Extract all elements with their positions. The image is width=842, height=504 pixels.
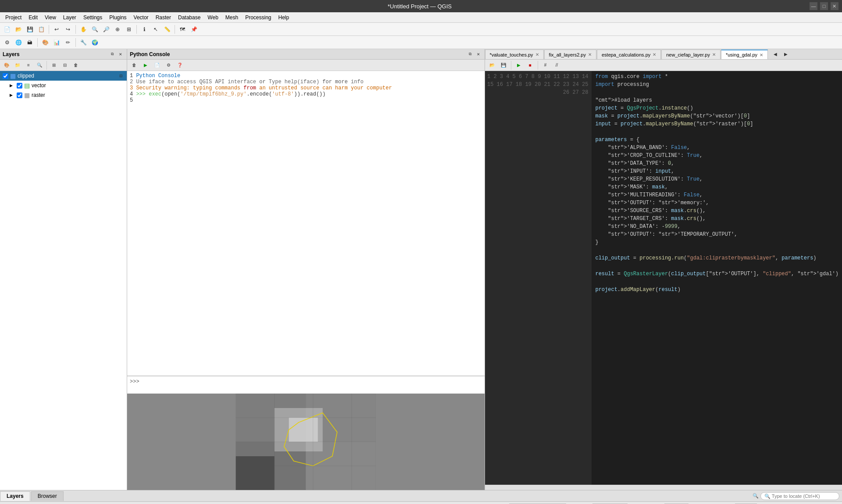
save-as-button[interactable]: 📋 (36, 24, 46, 35)
menu-item-view[interactable]: View (41, 14, 60, 21)
tab-fix-all-layers[interactable]: fix_all_layers2.py ✕ (544, 50, 596, 59)
menu-item-layer[interactable]: Layer (60, 14, 80, 21)
save-project-button[interactable]: 💾 (25, 24, 35, 35)
redo-button[interactable]: ↪ (63, 24, 73, 35)
layer-options-clipped[interactable]: ⊟ (118, 73, 124, 79)
layer-item-vector[interactable]: ▶ ▤ vector (0, 81, 127, 90)
console-input[interactable] (143, 378, 459, 384)
menu-item-settings[interactable]: Settings (80, 14, 106, 21)
menu-item-edit[interactable]: Edit (25, 14, 41, 21)
expand-vector[interactable]: ▶ (10, 83, 15, 88)
editor-cancel-button[interactable]: ■ (525, 60, 535, 71)
editor-uncomment-button[interactable]: // (552, 60, 562, 71)
clear-console-button[interactable]: 🗑 (129, 60, 139, 71)
tab-close-valuate-touches[interactable]: ✕ (535, 52, 539, 57)
plugin8-button[interactable]: 🌍 (89, 37, 100, 48)
code-content[interactable]: from qgis.core import * import processin… (592, 71, 842, 485)
expand-raster[interactable]: ▶ (10, 93, 15, 97)
remove-layer-button[interactable]: 🗑 (71, 60, 81, 71)
manage-layers-button[interactable]: ≡ (23, 60, 34, 71)
open-project-button[interactable]: 📂 (13, 24, 24, 35)
tab-new-ciefap-layer[interactable]: new_ciefap_layer.py ✕ (661, 50, 721, 59)
help-button[interactable]: ❓ (175, 60, 185, 71)
bottom-tab-browser[interactable]: Browser (31, 491, 64, 501)
python-console-close[interactable]: ✕ (475, 51, 482, 58)
menu-item-processing[interactable]: Processing (242, 14, 275, 21)
identify-button[interactable]: ℹ (139, 24, 150, 35)
add-group-button[interactable]: 📁 (12, 60, 23, 71)
plugin4-button[interactable]: 🎨 (40, 37, 50, 48)
editor-comment-button[interactable]: # (540, 60, 551, 71)
select-button[interactable]: ↖ (150, 24, 161, 35)
scale-lock-button[interactable]: 🔒 (629, 503, 639, 504)
scroll-tabs-right[interactable]: ▶ (781, 49, 791, 59)
plugin6-button[interactable]: ✏ (63, 37, 73, 48)
menu-item-raster[interactable]: Raster (152, 14, 175, 21)
layer-checkbox-clipped[interactable] (3, 73, 8, 79)
scroll-tabs-left[interactable]: ◀ (770, 49, 781, 59)
menu-item-project[interactable]: Project (2, 14, 25, 21)
tab-close-new-ciefap-layer[interactable]: ✕ (712, 52, 716, 57)
tab-estepa-calculations[interactable]: estepa_calculations.py ✕ (597, 50, 661, 59)
zoom-in-button[interactable]: 🔍 (89, 24, 100, 35)
tab-using-gdal[interactable]: *using_gdal.py ✕ (721, 50, 768, 59)
editor-save-button[interactable]: 💾 (498, 60, 509, 71)
open-layer-styling-button[interactable]: 🎨 (1, 60, 12, 71)
horizontal-scrollbar[interactable] (485, 485, 842, 490)
show-editor-button[interactable]: 📄 (152, 60, 162, 71)
menu-item-plugins[interactable]: Plugins (106, 14, 130, 21)
plugin1-button[interactable]: ⚙ (2, 37, 12, 48)
window-controls[interactable]: — □ ✕ (810, 2, 838, 10)
add-vector-button[interactable]: 📌 (189, 24, 199, 35)
layer-checkbox-raster[interactable] (17, 92, 22, 98)
menu-item-web[interactable]: Web (204, 14, 221, 21)
bottom-tab-layers[interactable]: Layers (0, 491, 30, 501)
expand-all-button[interactable]: ⊞ (49, 60, 59, 71)
python-console-float[interactable]: ⧉ (467, 51, 474, 58)
locate-input[interactable] (760, 492, 839, 500)
run-script-button[interactable]: ▶ (140, 60, 151, 71)
rotation-up[interactable]: ▲ (770, 503, 781, 504)
layer-checkbox-vector[interactable] (17, 83, 22, 89)
new-project-button[interactable]: 📄 (2, 24, 12, 35)
magnifier-up[interactable]: ▲ (702, 503, 712, 504)
add-raster-button[interactable]: 🗺 (177, 24, 188, 35)
layers-close-button[interactable]: ✕ (117, 51, 124, 58)
zoom-full-button[interactable]: ⊕ (112, 24, 123, 35)
tab-close-using-gdal[interactable]: ✕ (760, 53, 763, 57)
layer-item-raster[interactable]: ▶ ▦ raster (0, 90, 127, 100)
zoom-out-button[interactable]: 🔎 (101, 24, 111, 35)
editor-run-button[interactable]: ▶ (514, 60, 524, 71)
tab-valuate-touches[interactable]: *valuate_touches.py ✕ (485, 50, 544, 59)
options-button[interactable]: ⚙ (163, 60, 174, 71)
maximize-button[interactable]: □ (820, 2, 828, 10)
rotation-down[interactable]: ▼ (758, 503, 769, 504)
minimize-button[interactable]: — (810, 2, 817, 10)
editor-open-button[interactable]: 📂 (487, 60, 497, 71)
undo-button[interactable]: ↩ (51, 24, 62, 35)
tab-close-estepa-calculations[interactable]: ✕ (653, 52, 656, 57)
layers-panel-header: Layers ⧉ ✕ (0, 49, 127, 60)
magnifier-down[interactable]: ▼ (690, 503, 700, 504)
pan-map-button[interactable]: ✋ (78, 24, 89, 35)
map-canvas-area[interactable] (127, 394, 485, 490)
plugin5-button[interactable]: 📊 (51, 37, 62, 48)
zoom-layer-button[interactable]: ⊞ (124, 24, 134, 35)
plugin3-button[interactable]: 🏔 (25, 37, 35, 48)
tab-close-fix-all-layers[interactable]: ✕ (588, 52, 592, 57)
console-line-5: 5 (130, 97, 482, 103)
plugin2-button[interactable]: 🌐 (13, 37, 24, 48)
layer-item-clipped[interactable]: ▦ clipped ⊟ (0, 71, 127, 81)
layers-float-button[interactable]: ⧉ (109, 51, 116, 58)
close-button[interactable]: ✕ (831, 2, 838, 10)
menu-item-mesh[interactable]: Mesh (222, 14, 242, 21)
filter-layers-button[interactable]: 🔍 (34, 60, 45, 71)
menu-item-database[interactable]: Database (175, 14, 204, 21)
python-console-prompt[interactable]: >>> (127, 376, 485, 394)
code-editor-area[interactable]: 1 2 3 4 5 6 7 8 9 10 11 12 13 14 15 16 1… (485, 71, 842, 485)
menu-item-vector[interactable]: Vector (130, 14, 152, 21)
menu-item-help[interactable]: Help (275, 14, 293, 21)
plugin7-button[interactable]: 🔧 (78, 37, 89, 48)
measure-button[interactable]: 📏 (162, 24, 172, 35)
collapse-all-button[interactable]: ⊟ (60, 60, 70, 71)
